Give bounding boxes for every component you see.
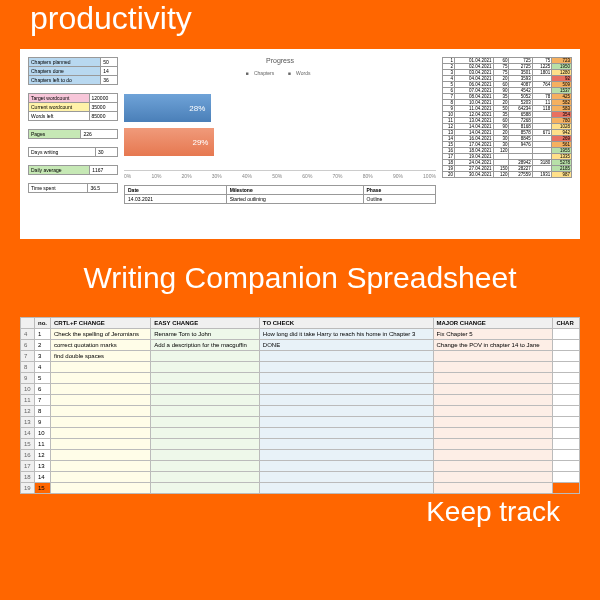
table-row[interactable]: 128 bbox=[21, 406, 580, 417]
time-summary: Time spent36.5 bbox=[28, 183, 118, 193]
chart-column: Progress ■ Chapters ■ Words 28% 29% 0%10… bbox=[124, 57, 436, 231]
avg-summary: Daily average1167 bbox=[28, 165, 118, 175]
table-row[interactable]: 139 bbox=[21, 417, 580, 428]
chart-x-axis: 0%10%20%30%40%50%60%70%80%90%100% bbox=[124, 171, 436, 179]
table-row[interactable]: 1612 bbox=[21, 450, 580, 461]
header-title: productivity bbox=[0, 0, 600, 49]
words-bar: 29% bbox=[124, 128, 214, 156]
summary-column: Chapters planned50 Chapters done14 Chapt… bbox=[28, 57, 118, 231]
table-row[interactable]: 106 bbox=[21, 384, 580, 395]
table-row[interactable]: 84 bbox=[21, 362, 580, 373]
daily-log-table: 101.04.20216072575723202.04.202175272512… bbox=[442, 57, 572, 178]
days-summary: Days writing30 bbox=[28, 147, 118, 157]
table-row[interactable]: 117 bbox=[21, 395, 580, 406]
table-row[interactable]: 62correct quotation marksAdd a descripti… bbox=[21, 340, 580, 351]
daily-data-column: 101.04.20216072575723202.04.202175272512… bbox=[442, 57, 572, 231]
progress-panel: Chapters planned50 Chapters done14 Chapt… bbox=[20, 49, 580, 239]
changes-panel: no.CRTL+F CHANGEEASY CHANGETO CHECKMAJOR… bbox=[20, 317, 580, 482]
changes-sheet[interactable]: no.CRTL+F CHANGEEASY CHANGETO CHECKMAJOR… bbox=[20, 317, 580, 494]
chart-title: Progress bbox=[124, 57, 436, 64]
milestone-table: DateMilestonePhase 14.03.2021Started out… bbox=[124, 185, 436, 204]
product-title: Writing Companion Spreadsheet bbox=[0, 239, 600, 317]
table-row[interactable]: 41Check the spelling of JeromiansRename … bbox=[21, 329, 580, 340]
table-row[interactable]: 73find double spaces bbox=[21, 351, 580, 362]
table-row[interactable]: 1814 bbox=[21, 472, 580, 483]
table-row[interactable]: 1713 bbox=[21, 461, 580, 472]
chapters-summary: Chapters planned50 Chapters done14 Chapt… bbox=[28, 57, 118, 85]
table-row[interactable]: 1410 bbox=[21, 428, 580, 439]
progress-chart: 28% 29% bbox=[124, 76, 436, 171]
wordcount-summary: Target wordcount120000 Current wordcount… bbox=[28, 93, 118, 121]
table-row[interactable]: 95 bbox=[21, 373, 580, 384]
pages-summary: Pages226 bbox=[28, 129, 118, 139]
footer-text: Keep track bbox=[0, 482, 600, 528]
chapters-bar: 28% bbox=[124, 94, 211, 122]
table-row[interactable]: 1511 bbox=[21, 439, 580, 450]
